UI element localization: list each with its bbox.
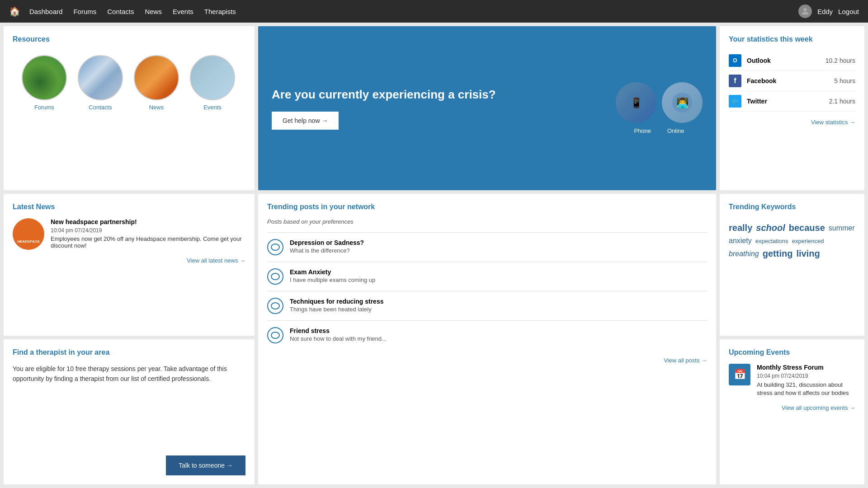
nav-links: Dashboard Forums Contacts News Events Th… [29, 8, 798, 15]
nav-right: Eddy Logout [798, 5, 859, 18]
crisis-right: 📱 👨‍💻 Phone Online [616, 82, 703, 134]
nav-news[interactable]: News [145, 8, 162, 15]
nav-forums[interactable]: Forums [73, 8, 96, 15]
kw-anxiety: anxiety [729, 237, 752, 245]
resource-news[interactable]: News [134, 55, 179, 111]
kw-summer: summer [829, 224, 855, 232]
forums-label: Forums [34, 104, 54, 111]
nav-dashboard[interactable]: Dashboard [29, 8, 62, 15]
post-sub-3: Not sure how to deal with my friend... [290, 335, 707, 342]
crisis-panel: Are you currently experiencing a crisis?… [258, 26, 716, 190]
post-item-2[interactable]: Techniques for reducing stress Things ha… [267, 291, 707, 320]
news-item-title: New headspace partnership! [51, 218, 245, 225]
twitter-icon: 🐦 [729, 95, 741, 108]
stats-title: Your statistics this week [729, 35, 855, 43]
event-item: 📅 Monthly Stress Forum 10:04 pm 07/24/20… [729, 364, 855, 397]
post-icon-3 [267, 327, 283, 343]
resources-title: Resources [13, 35, 245, 43]
nav-username: Eddy [817, 8, 833, 15]
event-desc: At building 321, discussion about stress… [757, 381, 855, 397]
stats-panel: Your statistics this week O Outlook 10.2… [720, 26, 864, 190]
latest-news-title: Latest News [13, 203, 245, 211]
kw-expectations: expectations [755, 238, 788, 244]
contacts-label: Contacts [89, 104, 112, 111]
news-item: HEADSPACE New headspace partnership! 10:… [13, 218, 245, 250]
kw-breathing: breathing [729, 250, 759, 258]
resources-circles: Forums Contacts News Events [13, 51, 245, 115]
get-help-button[interactable]: Get help now → [272, 112, 339, 130]
outlook-hours: 10.2 hours [826, 57, 855, 64]
svg-point-0 [803, 8, 807, 11]
post-icon-2 [267, 298, 283, 314]
resource-forums[interactable]: Forums [22, 55, 67, 111]
kw-getting: getting [763, 249, 793, 259]
headspace-logo: HEADSPACE [13, 218, 44, 250]
therapist-title: Find a therapist in your area [13, 348, 245, 357]
kw-really: really [729, 223, 752, 233]
post-item-0[interactable]: Depression or Sadness? What is the diffe… [267, 232, 707, 262]
twitter-name: Twitter [747, 98, 824, 105]
online-label: Online [667, 127, 684, 134]
svg-text:👨‍💻: 👨‍💻 [676, 97, 689, 109]
talk-to-someone-button[interactable]: Talk to someone → [166, 455, 245, 475]
events-title: Upcoming Events [729, 348, 855, 357]
post-item-3[interactable]: Friend stress Not sure how to deal with … [267, 320, 707, 350]
kw-living: living [796, 249, 820, 259]
kw-experienced: experienced [792, 238, 824, 244]
therapist-panel: Find a therapist in your area You are el… [4, 339, 255, 484]
view-all-news-link[interactable]: View all latest news → [13, 257, 245, 264]
avatar [798, 5, 812, 18]
news-circle [134, 55, 179, 100]
trending-posts-panel: Trending posts in your network Posts bas… [258, 194, 716, 484]
outlook-name: Outlook [747, 57, 820, 64]
post-title-1: Exam Anxiety [290, 268, 707, 276]
crisis-images: 📱 👨‍💻 [616, 82, 703, 123]
view-all-posts-link[interactable]: View all posts → [267, 357, 707, 364]
logout-button[interactable]: Logout [838, 8, 859, 15]
home-icon[interactable]: 🏠 [9, 6, 20, 17]
twitter-hours: 2.1 hours [829, 98, 855, 105]
calendar-icon: 📅 [729, 364, 750, 385]
events-circle [190, 55, 235, 100]
post-icon-1 [267, 268, 283, 285]
post-title-3: Friend stress [290, 327, 707, 334]
posts-subtitle: Posts based on your preferences [267, 218, 707, 225]
nav-events[interactable]: Events [173, 8, 193, 15]
therapist-top: Find a therapist in your area You are el… [13, 348, 245, 393]
nav-therapists[interactable]: Therapists [204, 8, 236, 15]
resources-panel: Resources Forums Contacts News Events [4, 26, 255, 190]
contacts-circle [78, 55, 123, 100]
post-content-3: Friend stress Not sure how to deal with … [290, 327, 707, 342]
kw-because: because [789, 223, 825, 233]
svg-text:📱: 📱 [630, 97, 643, 109]
post-content-2: Techniques for reducing stress Things ha… [290, 298, 707, 313]
nav-contacts[interactable]: Contacts [107, 8, 134, 15]
events-label: Events [203, 104, 222, 111]
resource-events[interactable]: Events [190, 55, 235, 111]
forums-circle [22, 55, 67, 100]
news-item-date: 10:04 pm 07/24/2019 [51, 227, 245, 234]
view-statistics-link[interactable]: View statistics → [729, 119, 855, 126]
event-content: Monthly Stress Forum 10:04 pm 07/24/2019… [757, 364, 855, 397]
post-sub-0: What is the difference? [290, 247, 707, 254]
view-all-events-link[interactable]: View all upcoming events → [729, 404, 855, 411]
resource-contacts[interactable]: Contacts [78, 55, 123, 111]
latest-news-panel: Latest News HEADSPACE New headspace part… [4, 194, 255, 335]
stats-facebook: f Facebook 5 hours [729, 71, 855, 91]
post-title-0: Depression or Sadness? [290, 239, 707, 246]
online-image: 👨‍💻 [662, 82, 703, 123]
post-sub-2: Things have been heated lately [290, 306, 707, 313]
post-icon-0 [267, 239, 283, 255]
news-item-desc: Employees now get 20% off any Headspace … [51, 235, 245, 249]
keywords-title: Trending Keywords [729, 203, 855, 211]
phone-image: 📱 [616, 82, 656, 123]
btn-area: Talk to someone → [13, 455, 245, 475]
post-sub-1: I have multiple exams coming up [290, 277, 707, 283]
post-item-1[interactable]: Exam Anxiety I have multiple exams comin… [267, 262, 707, 291]
outlook-icon: O [729, 54, 741, 67]
kw-school: school [756, 223, 785, 233]
post-title-2: Techniques for reducing stress [290, 298, 707, 305]
therapist-desc: You are eligible for 10 free therapy ses… [13, 364, 245, 384]
keywords-cloud: really school because summer anxiety exp… [729, 218, 855, 263]
navbar: 🏠 Dashboard Forums Contacts News Events … [0, 0, 868, 23]
